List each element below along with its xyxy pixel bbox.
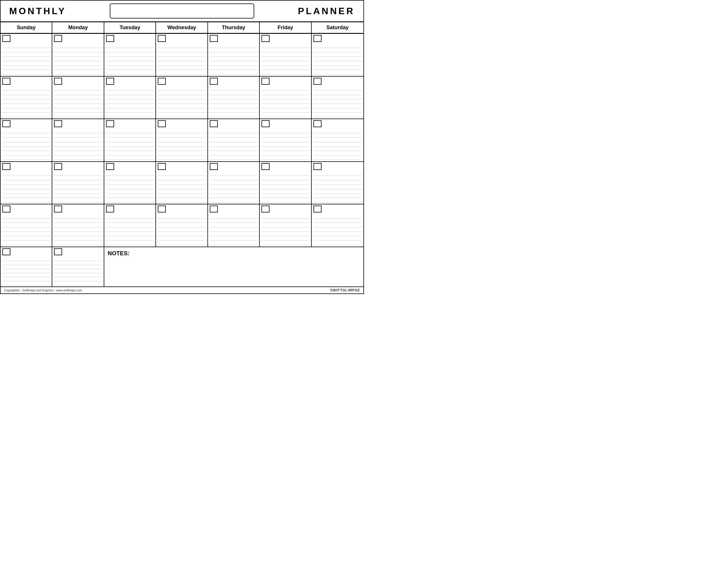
line <box>158 100 205 104</box>
cell-lines <box>106 214 154 246</box>
calendar-row-1 <box>1 34 363 77</box>
line <box>261 96 309 100</box>
cell-r1-mon[interactable] <box>52 34 104 76</box>
cell-r4-sun[interactable] <box>1 162 52 204</box>
notes-row: NOTES: <box>1 247 363 287</box>
footer-copyright: Copyrighted - Swiftmaps and Graphics - w… <box>4 289 82 292</box>
cell-lines <box>106 86 154 118</box>
line <box>2 214 50 218</box>
monthly-planner-page: MONTHLY PLANNER Sunday Monday Tuesday We… <box>0 0 364 294</box>
line <box>158 66 205 70</box>
cell-r4-wed[interactable] <box>156 162 208 204</box>
date-box <box>2 120 10 127</box>
line <box>210 113 258 117</box>
cell-r3-wed[interactable] <box>156 119 208 161</box>
line <box>261 44 309 48</box>
cell-r5-sat[interactable] <box>312 204 363 247</box>
line <box>158 86 205 90</box>
cell-lines <box>106 171 154 203</box>
line <box>313 133 362 138</box>
cell-r1-sat[interactable] <box>312 34 363 76</box>
line <box>106 113 154 117</box>
cell-r4-sat[interactable] <box>312 162 363 204</box>
cell-r4-thu[interactable] <box>208 162 260 204</box>
line <box>2 138 50 142</box>
cell-r2-sat[interactable] <box>312 77 363 119</box>
cell-r1-sun[interactable] <box>1 34 52 76</box>
line <box>54 62 102 66</box>
cell-r3-sat[interactable] <box>312 119 363 161</box>
cell-r4-tue[interactable] <box>104 162 156 204</box>
line <box>54 91 102 95</box>
line <box>106 62 154 66</box>
cell-lines <box>261 86 309 118</box>
cell-r3-thu[interactable] <box>208 119 260 161</box>
cell-r4-mon[interactable] <box>52 162 104 204</box>
date-box <box>54 120 62 127</box>
line <box>106 181 154 185</box>
line <box>313 228 362 232</box>
cell-lines <box>158 214 205 246</box>
line <box>2 237 50 241</box>
cell-r5-thu[interactable] <box>208 204 260 247</box>
line <box>158 138 205 142</box>
line <box>106 66 154 70</box>
line <box>54 185 102 189</box>
line <box>158 224 205 228</box>
date-box <box>106 35 114 42</box>
line <box>313 147 362 151</box>
line <box>210 100 258 104</box>
cell-r5-fri[interactable] <box>260 204 311 247</box>
line <box>313 96 362 100</box>
cell-r5-wed[interactable] <box>156 204 208 247</box>
cell-r1-wed[interactable] <box>156 34 208 76</box>
cell-r2-fri[interactable] <box>260 77 311 119</box>
cell-r1-tue[interactable] <box>104 34 156 76</box>
cell-r2-mon[interactable] <box>52 77 104 119</box>
line <box>2 156 50 160</box>
planner-label: PLANNER <box>297 6 355 17</box>
line <box>2 62 50 66</box>
line <box>158 232 205 236</box>
cell-r3-sun[interactable] <box>1 119 52 161</box>
line <box>106 138 154 142</box>
line <box>158 44 205 48</box>
line <box>106 91 154 95</box>
cell-r1-fri[interactable] <box>260 34 311 76</box>
cell-r3-fri[interactable] <box>260 119 311 161</box>
line <box>210 109 258 113</box>
cell-r2-thu[interactable] <box>208 77 260 119</box>
day-header-wednesday: Wednesday <box>156 22 208 33</box>
line <box>106 214 154 218</box>
cell-r1-thu[interactable] <box>208 34 260 76</box>
line <box>210 185 258 189</box>
cell-r3-tue[interactable] <box>104 119 156 161</box>
line <box>2 277 50 281</box>
cell-r5-tue[interactable] <box>104 204 156 247</box>
day-header-thursday: Thursday <box>208 22 260 33</box>
date-box <box>54 248 62 255</box>
line <box>2 91 50 95</box>
line <box>313 185 362 189</box>
notes-cell-mon[interactable] <box>52 247 104 287</box>
date-box <box>158 78 166 85</box>
cell-r2-tue[interactable] <box>104 77 156 119</box>
cell-r4-fri[interactable] <box>260 162 311 204</box>
notes-content-area[interactable]: NOTES: <box>104 247 363 287</box>
line <box>158 156 205 160</box>
day-headers: Sunday Monday Tuesday Wednesday Thursday… <box>1 22 363 34</box>
cell-r3-mon[interactable] <box>52 119 104 161</box>
cell-r2-sun[interactable] <box>1 77 52 119</box>
line <box>261 232 309 236</box>
notes-cell-sun[interactable] <box>1 247 52 287</box>
cell-r5-mon[interactable] <box>52 204 104 247</box>
line <box>54 172 102 176</box>
title-input-box[interactable] <box>110 3 254 19</box>
header: MONTHLY PLANNER <box>1 1 363 22</box>
line <box>158 109 205 113</box>
cell-lines <box>2 128 50 160</box>
cell-r2-wed[interactable] <box>156 77 208 119</box>
line <box>313 194 362 198</box>
line <box>210 228 258 232</box>
cell-r5-sun[interactable] <box>1 204 52 247</box>
